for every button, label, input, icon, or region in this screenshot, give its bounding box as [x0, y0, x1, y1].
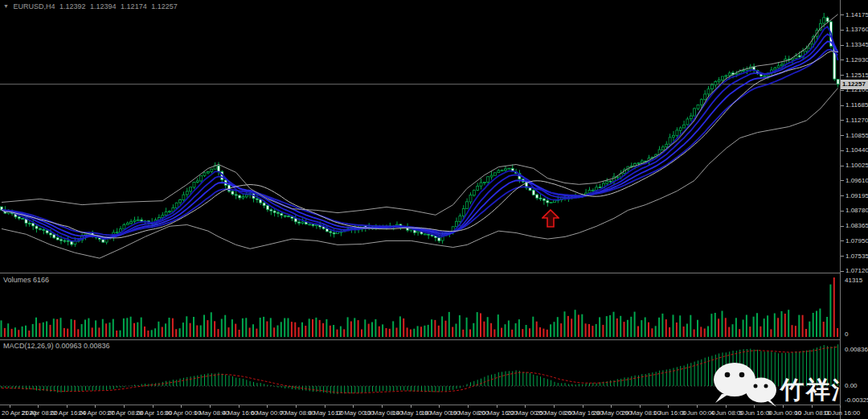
time-scale[interactable]: 20 Apr 202021 Apr 08:0022 Apr 16:0024 Ap… — [0, 405, 840, 419]
price-scale-tick — [841, 226, 844, 227]
time-scale-tick — [525, 405, 526, 408]
time-scale-tick — [411, 405, 411, 408]
wechat-icon — [714, 363, 776, 407]
price-scale[interactable]: 1.141751.137601.133451.129301.125151.121… — [840, 0, 868, 419]
indicator-scale-label: 0.00 — [845, 382, 858, 389]
time-scale-tick — [10, 405, 10, 408]
price-scale-label: 1.09195 — [845, 192, 868, 199]
price-scale-label: 1.12515 — [845, 72, 868, 79]
indicator-scale-label: 41315 — [845, 277, 862, 284]
price-scale-label: 1.07950 — [845, 237, 868, 244]
price-scale-label: 1.11685 — [845, 101, 868, 109]
up-arrow-icon — [542, 210, 559, 227]
time-scale-tick — [67, 405, 68, 408]
volume-indicator-label: Volumes 6166 — [3, 276, 49, 284]
time-scale-tick — [239, 405, 240, 408]
time-scale-tick — [754, 405, 755, 408]
price-scale-label: 1.09610 — [845, 177, 868, 184]
time-scale-label: 11 Jun 16:00 — [819, 409, 864, 417]
price-scale-tick — [841, 30, 844, 31]
price-scale-label: 1.14175 — [845, 11, 868, 18]
price-scale-tick — [841, 240, 844, 241]
price-scale-tick — [841, 271, 844, 272]
price-scale-label: 1.07535 — [845, 253, 868, 260]
price-scale-tick — [841, 166, 844, 166]
time-scale-tick — [38, 405, 39, 408]
time-scale-tick — [210, 405, 211, 408]
price-scale-label: 1.08780 — [845, 207, 868, 214]
price-scale-label: 1.10855 — [845, 132, 868, 139]
macd-indicator-label: MACD(12,26,9) 0.00963 0.00836 — [3, 342, 110, 350]
indicator-scale-label: -0.003257 — [845, 396, 868, 404]
time-scale-tick — [382, 405, 383, 408]
time-scale-tick — [181, 405, 182, 408]
price-scale-label: 1.12930 — [845, 56, 868, 64]
chart-dropdown-marker-icon[interactable]: ▼ — [3, 3, 9, 9]
time-scale-tick — [783, 405, 784, 408]
price-scale-tick — [841, 256, 844, 257]
price-scale-tick — [841, 45, 844, 46]
price-scale-tick — [841, 105, 844, 106]
ma-ribbon-line — [2, 42, 838, 237]
volume-panel[interactable] — [0, 274, 840, 339]
ohlc-high: 1.12394 — [90, 2, 117, 10]
price-scale-label: 1.08365 — [845, 222, 868, 229]
price-scale-tick — [841, 211, 844, 212]
indicator-scale-label: 0.00836 — [845, 346, 868, 353]
time-scale-tick — [353, 405, 354, 408]
price-scale-tick — [841, 195, 844, 196]
price-scale-tick — [841, 180, 844, 181]
price-scale-label: 1.07120 — [845, 267, 868, 274]
time-scale-tick — [668, 405, 669, 408]
price-scale-tick — [841, 150, 844, 151]
price-scale-label: 1.10025 — [845, 162, 868, 169]
time-scale-tick — [267, 405, 268, 408]
price-scale-tick — [841, 75, 844, 76]
price-scale-label: 1.13760 — [845, 26, 868, 33]
mt4-chart-window: ▼ EURUSD,H4 1.12392 1.12394 1.12174 1.12… — [0, 0, 868, 419]
time-scale-tick — [497, 405, 497, 408]
watermark: 竹祥汇说 — [706, 359, 858, 409]
time-scale-tick — [697, 405, 698, 408]
price-scale-label: 1.10440 — [845, 146, 868, 154]
time-scale-tick — [325, 405, 326, 408]
buy-signal-arrow — [542, 209, 559, 228]
separator-main-volume[interactable] — [0, 273, 868, 273]
time-scale-tick — [583, 405, 583, 408]
ohlc-low: 1.12174 — [121, 2, 147, 10]
time-scale-tick — [554, 405, 555, 408]
bollinger-middle-line — [2, 51, 838, 238]
time-scale-tick — [840, 405, 841, 408]
time-scale-tick — [296, 405, 297, 408]
indicator-scale-label: 0 — [845, 331, 848, 338]
ma-ribbon-line — [2, 34, 838, 239]
time-scale-tick — [640, 405, 641, 408]
time-scale-tick — [95, 405, 96, 408]
price-scale-label: 1.11270 — [845, 117, 868, 124]
symbol-period-label: EURUSD,H4 — [13, 2, 55, 10]
price-scale-tick — [841, 60, 844, 60]
ohlc-open: 1.12392 — [59, 2, 86, 10]
time-scale-tick — [812, 405, 813, 408]
time-scale-tick — [153, 405, 154, 408]
main-chart-area[interactable] — [0, 0, 840, 273]
price-scale-tick — [841, 135, 844, 136]
bollinger-upper-band — [2, 14, 838, 215]
time-scale-tick — [726, 405, 727, 408]
time-scale-tick — [611, 405, 612, 408]
time-scale-tick — [439, 405, 440, 408]
ma-ribbon-line — [2, 27, 838, 241]
ma-ribbon-line — [2, 50, 838, 236]
chart-title: ▼ EURUSD,H4 1.12392 1.12394 1.12174 1.12… — [3, 2, 180, 10]
time-scale-tick — [468, 405, 469, 408]
ohlc-close: 1.12257 — [151, 2, 178, 10]
price-scale-tick — [841, 14, 844, 15]
time-scale-tick — [124, 405, 125, 408]
price-scale-label: 1.13345 — [845, 41, 868, 48]
price-scale-tick — [841, 120, 844, 121]
current-price-tag: 1.12257 — [841, 80, 868, 89]
price-scale-tick — [841, 90, 844, 91]
